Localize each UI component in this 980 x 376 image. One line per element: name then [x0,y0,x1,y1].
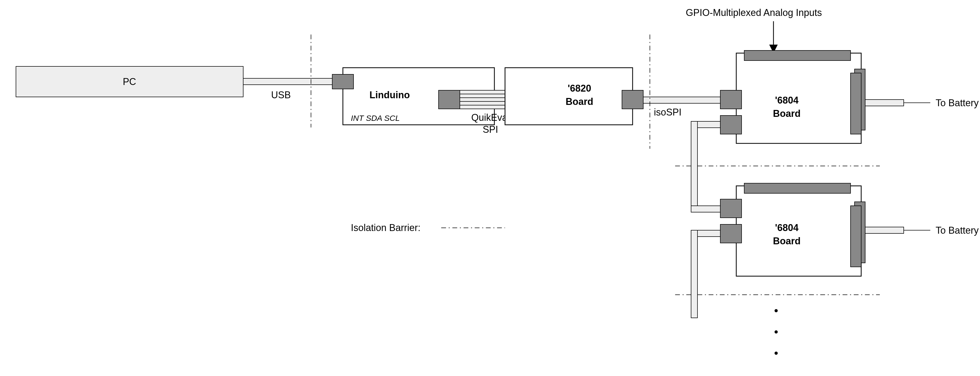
quikeval-conn-left [439,90,460,109]
isospi-label: isoSPI [654,107,681,117]
isospi-wire [643,97,720,103]
linduino-pins: INT SDA SCL [351,114,400,122]
daisy-wire-2-vert [691,230,697,318]
board-6804-2-l1: '6804 [775,222,799,233]
board-6804-1-batt-label: To Battery [935,97,979,108]
ellipsis-dot [775,309,778,312]
board-6804-outline [736,186,861,276]
board-6804-isospi-out [720,224,741,243]
board-6820-l2: Board [566,96,593,107]
board-6804-right-header-front [851,73,861,134]
board-6804-outline [736,53,861,143]
usb-label: USB [271,89,291,100]
quikeval-label-1: QuikEval [471,112,509,123]
daisy-wire-1-bot [691,206,720,212]
daisy-wire-1-vert [691,121,697,212]
ellipsis-dot [775,330,778,333]
board-6804-2-l2: Board [773,236,800,246]
diagram-root: GPIO-Multiplexed Analog Inputs PC USB Li… [0,0,980,376]
board-6820-l1: '6820 [568,83,592,94]
board-6804-isospi-out [720,116,741,134]
board-6804-right-header-front [851,206,861,267]
board-6804-1-l2: Board [773,108,800,119]
linduino-usb-port [332,75,353,89]
ellipsis-dot [775,352,778,355]
board-6804-1: '6804 Board To Battery [720,51,979,143]
linduino-label: Linduino [369,89,410,100]
title-text: GPIO-Multiplexed Analog Inputs [686,7,822,18]
board-6804-2: '6804 Board To Battery [720,183,979,276]
board-6804-2-batt-label: To Battery [935,225,979,236]
board-6820-isospi-port [622,90,643,109]
board-6804-top-header [744,51,851,60]
pc-label: PC [123,76,136,87]
board-6804-2-batt-wire [865,227,904,233]
usb-wire [243,78,332,85]
board-6804-top-header [744,183,851,193]
board-6804-1-l1: '6804 [775,95,799,106]
board-6804-isospi-in [720,90,741,109]
isolation-legend-text: Isolation Barrier: [351,222,420,233]
board-6804-isospi-in [720,199,741,218]
board-6804-1-batt-wire [865,100,904,106]
quikeval-label-2: SPI [483,124,498,135]
